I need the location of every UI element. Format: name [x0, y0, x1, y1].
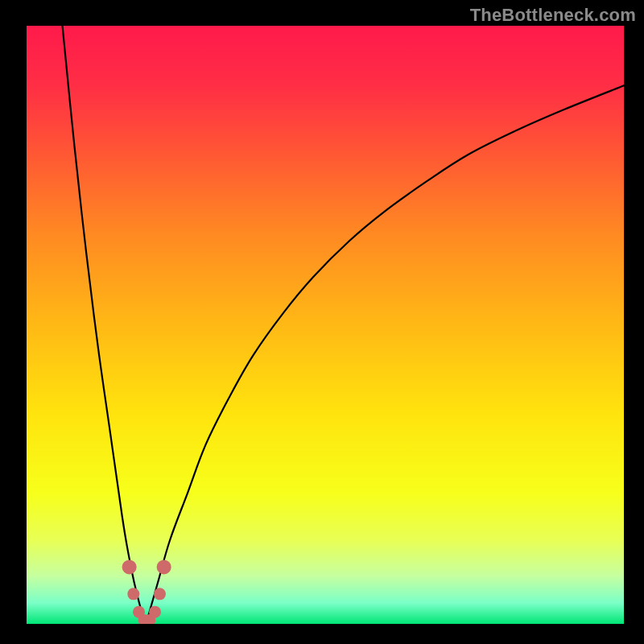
optimum-marker	[157, 559, 171, 574]
chart-svg	[27, 26, 624, 624]
optimum-marker	[127, 588, 139, 600]
optimum-marker	[149, 606, 161, 618]
chart-plot-area	[27, 26, 624, 624]
chart-frame: TheBottleneck.com	[0, 0, 644, 644]
optimum-marker	[122, 559, 137, 574]
chart-background-gradient	[27, 26, 624, 624]
optimum-marker	[154, 588, 166, 600]
watermark-text: TheBottleneck.com	[470, 5, 636, 26]
